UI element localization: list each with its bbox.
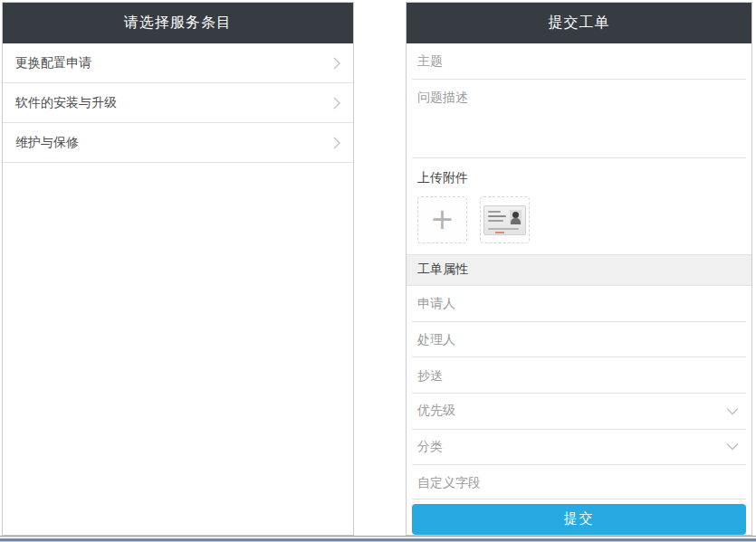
description-textarea[interactable] <box>417 90 741 153</box>
handler-input[interactable] <box>417 332 741 347</box>
priority-label: 优先级 <box>417 403 455 419</box>
service-item-label: 维护与保修 <box>15 135 79 151</box>
category-label: 分类 <box>417 439 443 455</box>
category-select[interactable]: 分类 <box>412 430 746 466</box>
submit-ticket-panel: 提交工单 上传附件 + <box>406 2 752 536</box>
attachment-thumbnail[interactable] <box>480 196 530 243</box>
custom-field-row <box>412 465 746 499</box>
service-list: 更换配置申请 软件的安装与升级 维护与保修 <box>3 43 353 163</box>
applicant-row <box>412 286 746 322</box>
chevron-right-icon <box>332 57 341 70</box>
ticket-panel-title: 提交工单 <box>407 3 751 43</box>
applicant-input[interactable] <box>417 296 741 310</box>
subject-input[interactable] <box>417 53 741 68</box>
description-row <box>412 80 746 158</box>
service-item-software-install[interactable]: 软件的安装与升级 <box>3 83 353 123</box>
plus-icon: + <box>430 204 455 233</box>
submit-button[interactable]: 提交 <box>412 504 746 535</box>
custom-field-input[interactable] <box>417 475 741 490</box>
service-panel-title: 请选择服务条目 <box>3 3 353 43</box>
cc-row <box>412 357 746 394</box>
chevron-right-icon <box>332 97 341 109</box>
service-item-maintenance[interactable]: 维护与保修 <box>3 123 353 163</box>
chevron-right-icon <box>332 137 341 149</box>
chevron-down-icon <box>726 407 739 415</box>
subject-row <box>412 43 746 80</box>
attachment-idcard-image <box>483 205 526 235</box>
window-bottom-edge <box>0 536 756 542</box>
chevron-down-icon <box>726 442 739 451</box>
service-select-panel: 请选择服务条目 更换配置申请 软件的安装与升级 维护与保修 <box>2 2 354 536</box>
handler-row <box>412 322 746 358</box>
service-item-label: 更换配置申请 <box>15 55 91 71</box>
idcard-portrait <box>510 210 522 224</box>
add-attachment-button[interactable]: + <box>417 196 467 243</box>
upload-row: + <box>417 196 741 243</box>
service-item-label: 软件的安装与升级 <box>15 95 117 111</box>
cc-input[interactable] <box>417 368 741 383</box>
service-item-config-change[interactable]: 更换配置申请 <box>3 43 353 83</box>
ticket-form: 上传附件 + <box>407 43 751 535</box>
submit-area: 提交 <box>407 499 751 535</box>
ticket-properties-header: 工单属性 <box>407 254 751 286</box>
upload-section: 上传附件 + <box>407 158 751 254</box>
priority-select[interactable]: 优先级 <box>412 394 746 430</box>
upload-label: 上传附件 <box>417 170 741 186</box>
